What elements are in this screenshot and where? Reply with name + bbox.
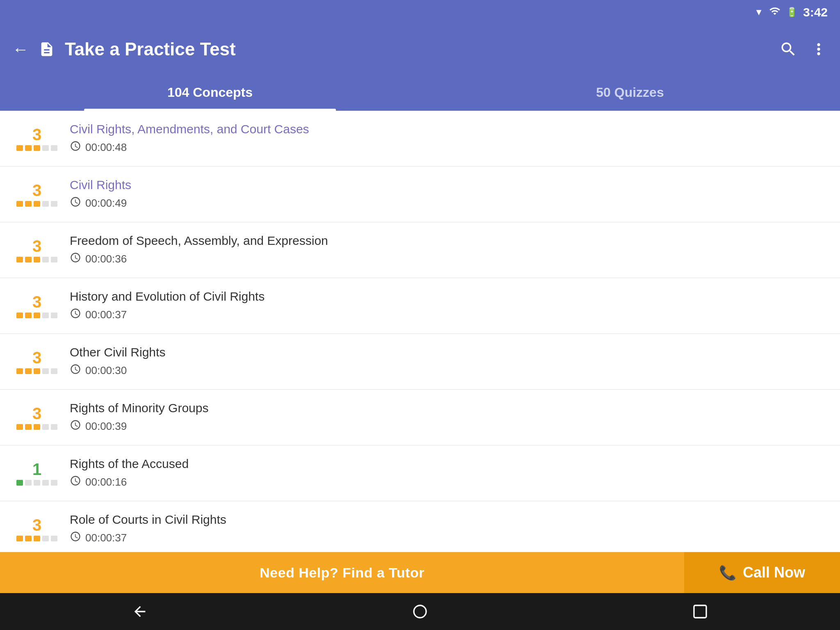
- item-title: Rights of Minority Groups: [70, 401, 824, 415]
- score-number: 3: [32, 294, 41, 310]
- tabs-bar: 104 Concepts 50 Quizzes: [0, 74, 840, 111]
- list-item[interactable]: 3 Freedom of Speech, Assembly, and Expre…: [0, 222, 840, 278]
- tab-concepts[interactable]: 104 Concepts: [0, 74, 420, 111]
- item-time: 00:00:36: [85, 253, 127, 265]
- item-title: Civil Rights, Amendments, and Court Case…: [70, 122, 824, 136]
- score-badge: 3: [16, 126, 57, 151]
- list-item[interactable]: 3 Civil Rights 00:00:49: [0, 167, 840, 222]
- item-content: Freedom of Speech, Assembly, and Express…: [70, 234, 824, 266]
- score-badge: 3: [16, 294, 57, 318]
- item-content: Rights of the Accused 00:00:16: [70, 457, 824, 489]
- clock-icon: [70, 475, 81, 489]
- item-time: 00:00:49: [85, 197, 127, 210]
- item-meta: 00:00:49: [70, 196, 824, 210]
- signal-icon: [769, 5, 781, 19]
- tab-quizzes[interactable]: 50 Quizzes: [420, 74, 840, 111]
- item-title: Role of Courts in Civil Rights: [70, 513, 824, 527]
- score-number: 3: [32, 517, 41, 533]
- svg-point-0: [414, 605, 426, 618]
- item-meta: 00:00:37: [70, 308, 824, 322]
- bottom-navigation: [0, 593, 840, 630]
- wifi-icon: ▼: [754, 7, 763, 18]
- item-title: History and Evolution of Civil Rights: [70, 290, 824, 304]
- app-bar: ← Take a Practice Test: [0, 25, 840, 74]
- back-button[interactable]: ←: [12, 40, 29, 59]
- clock-icon: [70, 308, 81, 322]
- item-meta: 00:00:48: [70, 140, 824, 155]
- item-time: 00:00:37: [85, 532, 127, 544]
- item-time: 00:00:48: [85, 141, 127, 154]
- score-number: 3: [32, 238, 41, 254]
- clock-icon: [70, 363, 81, 378]
- clock-icon: [70, 196, 81, 210]
- item-content: Civil Rights, Amendments, and Court Case…: [70, 122, 824, 155]
- score-badge: 3: [16, 405, 57, 430]
- item-content: Other Civil Rights 00:00:30: [70, 345, 824, 378]
- score-number: 1: [32, 461, 41, 477]
- clock-icon: [70, 252, 81, 266]
- item-title: Freedom of Speech, Assembly, and Express…: [70, 234, 824, 248]
- call-now-label: Call Now: [743, 564, 805, 581]
- item-time: 00:00:39: [85, 420, 127, 433]
- score-badge: 3: [16, 182, 57, 207]
- score-number: 3: [32, 182, 41, 199]
- status-time: 3:42: [803, 5, 828, 19]
- score-badge: 3: [16, 238, 57, 262]
- recents-nav-button[interactable]: [692, 603, 708, 620]
- item-title: Other Civil Rights: [70, 345, 824, 359]
- list-item[interactable]: 3 Civil Rights, Amendments, and Court Ca…: [0, 111, 840, 167]
- clock-icon: [70, 419, 81, 434]
- score-badge: 3: [16, 517, 57, 541]
- item-time: 00:00:30: [85, 364, 127, 377]
- list-item[interactable]: 3 Role of Courts in Civil Rights 00:00:3…: [0, 501, 840, 552]
- item-meta: 00:00:39: [70, 419, 824, 434]
- list-item[interactable]: 3 History and Evolution of Civil Rights …: [0, 278, 840, 334]
- status-bar: ▼ 🔋 3:42: [0, 0, 840, 25]
- page-icon: [39, 41, 55, 57]
- item-content: Civil Rights 00:00:49: [70, 178, 824, 210]
- page-title: Take a Practice Test: [65, 39, 769, 59]
- banner-main-text: Need Help? Find a Tutor: [0, 565, 684, 581]
- svg-rect-1: [694, 605, 706, 618]
- app-bar-actions: [779, 40, 828, 58]
- search-button[interactable]: [779, 40, 797, 58]
- list-item[interactable]: 3 Rights of Minority Groups 00:00:39: [0, 390, 840, 445]
- back-nav-button[interactable]: [132, 603, 148, 620]
- item-meta: 00:00:36: [70, 252, 824, 266]
- item-content: Role of Courts in Civil Rights 00:00:37: [70, 513, 824, 545]
- list-item[interactable]: 3 Other Civil Rights 00:00:30: [0, 334, 840, 390]
- score-badge: 3: [16, 349, 57, 374]
- find-tutor-banner[interactable]: Need Help? Find a Tutor 📞 Call Now: [0, 552, 840, 593]
- item-title: Civil Rights: [70, 178, 824, 192]
- phone-icon: 📞: [719, 564, 736, 581]
- home-nav-button[interactable]: [412, 603, 428, 620]
- item-title: Rights of the Accused: [70, 457, 824, 471]
- score-number: 3: [32, 126, 41, 143]
- item-content: History and Evolution of Civil Rights 00…: [70, 290, 824, 322]
- score-badge: 1: [16, 461, 57, 486]
- score-number: 3: [32, 405, 41, 422]
- item-content: Rights of Minority Groups 00:00:39: [70, 401, 824, 434]
- clock-icon: [70, 531, 81, 545]
- item-meta: 00:00:16: [70, 475, 824, 489]
- clock-icon: [70, 140, 81, 155]
- score-number: 3: [32, 349, 41, 366]
- concepts-list: 3 Civil Rights, Amendments, and Court Ca…: [0, 111, 840, 552]
- item-time: 00:00:37: [85, 308, 127, 321]
- call-now-button[interactable]: 📞 Call Now: [684, 552, 840, 593]
- list-item[interactable]: 1 Rights of the Accused 00:00:16: [0, 445, 840, 501]
- more-options-button[interactable]: [810, 40, 828, 58]
- item-meta: 00:00:30: [70, 363, 824, 378]
- item-time: 00:00:16: [85, 476, 127, 488]
- battery-icon: 🔋: [786, 7, 797, 18]
- item-meta: 00:00:37: [70, 531, 824, 545]
- status-icons: ▼ 🔋 3:42: [754, 5, 828, 19]
